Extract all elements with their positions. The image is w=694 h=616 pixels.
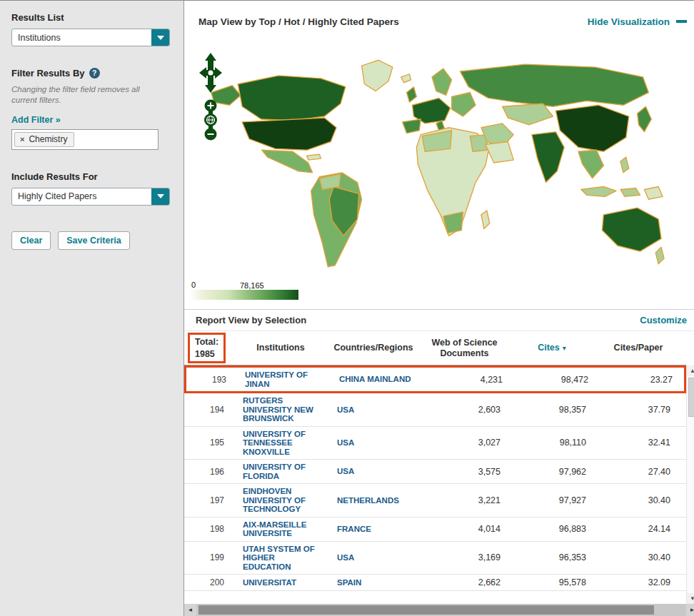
documents-cell: 3,221 — [420, 495, 509, 505]
documents-cell: 4,014 — [420, 524, 509, 534]
country-link[interactable]: SPAIN — [337, 578, 414, 587]
country-link[interactable]: USA — [337, 405, 414, 415]
chevron-down-icon[interactable] — [151, 188, 169, 205]
sort-desc-icon: ▾ — [563, 344, 566, 352]
include-results-value: Highly Cited Papers — [12, 191, 96, 201]
horizontal-scrollbar[interactable]: ◄ ► — [184, 604, 694, 616]
vertical-scrollbar[interactable]: ▲ ▼ — [686, 365, 694, 604]
total-count-box: Total: 1985 — [188, 333, 226, 363]
legend-min-label: 0 — [191, 281, 196, 289]
table-row: 196 UNIVERSITY OF FLORIDA USA 3,575 97,9… — [184, 460, 686, 484]
table-header-row: Total: 1985 Institutions Countries/Regio… — [184, 331, 686, 365]
documents-cell: 3,027 — [420, 438, 509, 448]
customize-link[interactable]: Customize — [640, 315, 687, 325]
cites-per-paper-cell: 24.14 — [595, 524, 682, 534]
documents-cell: 2,603 — [420, 405, 509, 415]
documents-cell: 3,169 — [420, 552, 509, 562]
esi-app-window: Results List Institutions Filter Results… — [0, 0, 694, 616]
map-pan-control[interactable] — [198, 52, 223, 96]
institution-link[interactable]: UNIVERSITY OF FLORIDA — [243, 463, 321, 480]
include-section: Include Results For Highly Cited Papers — [11, 171, 172, 206]
country-link[interactable]: USA — [337, 438, 414, 448]
cites-cell: 98,357 — [509, 405, 595, 415]
institution-link[interactable]: UNIVERSITAT — [243, 578, 321, 587]
table-row: 200 UNIVERSITAT SPAIN 2,662 95,578 32.09 — [184, 575, 686, 591]
results-table: Total: 1985 Institutions Countries/Regio… — [184, 331, 694, 604]
table-row: 198 AIX-MARSEILLE UNIVERSITE FRANCE 4,01… — [184, 517, 686, 542]
horizontal-scroll-track[interactable] — [196, 604, 686, 616]
include-results-select[interactable]: Highly Cited Papers — [11, 188, 170, 206]
country-link[interactable]: NETHERLANDS — [337, 496, 414, 505]
save-criteria-button[interactable]: Save Criteria — [58, 231, 129, 250]
report-view-title: Report View by Selection — [196, 315, 306, 325]
filter-section: Filter Results By ? Changing the filter … — [11, 68, 172, 150]
world-choropleth-map[interactable] — [201, 46, 665, 282]
vertical-scroll-track[interactable] — [687, 376, 694, 593]
rank-cell: 193 — [186, 375, 236, 385]
scroll-up-icon[interactable]: ▲ — [687, 365, 694, 376]
map-legend: 0 78,165 — [190, 281, 298, 301]
chevron-down-icon[interactable] — [151, 29, 169, 46]
institution-link[interactable]: UTAH SYSTEM OF HIGHER EDUCATION — [243, 545, 321, 572]
results-list-select[interactable]: Institutions — [11, 29, 170, 46]
filter-tag-chemistry[interactable]: × Chemistry — [14, 132, 74, 147]
minimize-icon — [676, 20, 687, 23]
cites-cell: 96,353 — [509, 552, 595, 562]
world-map-visualization[interactable]: 0 78,165 — [184, 42, 694, 309]
country-link[interactable]: FRANCE — [337, 525, 414, 534]
cites-per-paper-cell: 27.40 — [595, 467, 682, 477]
add-filter-link[interactable]: Add Filter » — [11, 115, 61, 125]
results-list-heading: Results List — [11, 12, 172, 23]
column-header-documents: Web of Science Documents — [420, 338, 509, 358]
map-view-title: Map View by Top / Hot / Highly Cited Pap… — [198, 16, 399, 27]
institution-link[interactable]: AIX-MARSEILLE UNIVERSITE — [243, 520, 321, 538]
filter-tag-label: Chemistry — [29, 134, 67, 144]
total-label: Total: — [195, 336, 218, 348]
results-list-value: Institutions — [12, 33, 61, 43]
institution-link[interactable]: RUTGERS UNIVERSITY NEW BRUNSWICK — [243, 396, 321, 423]
documents-cell: 3,575 — [420, 467, 509, 477]
clear-button[interactable]: Clear — [11, 231, 51, 250]
cites-per-paper-cell: 37.79 — [595, 405, 682, 415]
institution-link[interactable]: UNIVERSITY OF JINAN — [245, 370, 323, 388]
country-link[interactable]: USA — [337, 467, 414, 476]
cites-per-paper-cell: 32.09 — [595, 577, 682, 587]
filter-note: Changing the filter field removes all cu… — [11, 84, 164, 106]
legend-gradient-bar — [190, 290, 298, 300]
cites-per-paper-cell: 23.27 — [597, 375, 684, 385]
documents-cell: 4,231 — [422, 375, 511, 385]
cites-per-paper-cell: 30.40 — [595, 552, 682, 562]
cites-cell: 96,883 — [509, 524, 595, 534]
horizontal-scroll-thumb[interactable] — [198, 605, 654, 615]
table-row: 197 EINDHOVEN UNIVERSITY OF TECHNOLOGY N… — [184, 484, 686, 517]
scroll-down-icon[interactable]: ▼ — [687, 593, 694, 604]
institution-link[interactable]: UNIVERSITY OF TENNESSEE KNOXVILLE — [243, 430, 321, 457]
cites-cell: 95,578 — [509, 577, 595, 587]
column-header-institutions: Institutions — [234, 343, 327, 353]
rank-cell: 196 — [184, 467, 234, 477]
hide-visualization-link[interactable]: Hide Visualization — [588, 16, 687, 27]
institution-link[interactable]: EINDHOVEN UNIVERSITY OF TECHNOLOGY — [243, 487, 321, 514]
remove-filter-icon[interactable]: × — [20, 135, 24, 143]
table-row: 199 UTAH SYSTEM OF HIGHER EDUCATION USA … — [184, 542, 686, 575]
hide-visualization-label: Hide Visualization — [588, 16, 670, 27]
total-value: 1985 — [195, 348, 218, 360]
country-link[interactable]: USA — [337, 553, 414, 562]
column-header-cites[interactable]: Cites▾ — [509, 343, 595, 353]
cites-cell: 97,927 — [509, 495, 595, 505]
rank-cell: 195 — [184, 438, 234, 448]
vertical-scroll-thumb[interactable] — [688, 378, 694, 417]
cites-cell: 97,962 — [509, 467, 595, 477]
rank-cell: 199 — [184, 552, 234, 562]
map-zoom-control[interactable] — [202, 99, 219, 143]
scroll-left-icon[interactable]: ◄ — [184, 604, 196, 616]
help-icon[interactable]: ? — [89, 68, 100, 79]
report-header: Report View by Selection Customize — [184, 309, 694, 331]
scroll-right-icon[interactable]: ► — [686, 604, 694, 616]
cites-per-paper-cell: 32.41 — [595, 438, 682, 448]
rank-cell: 197 — [184, 495, 234, 505]
documents-cell: 2,662 — [420, 577, 509, 587]
country-link[interactable]: CHINA MAINLAND — [339, 375, 416, 384]
legend-max-label: 78,165 — [240, 281, 264, 290]
table-body: 193 UNIVERSITY OF JINAN CHINA MAINLAND 4… — [184, 365, 686, 604]
